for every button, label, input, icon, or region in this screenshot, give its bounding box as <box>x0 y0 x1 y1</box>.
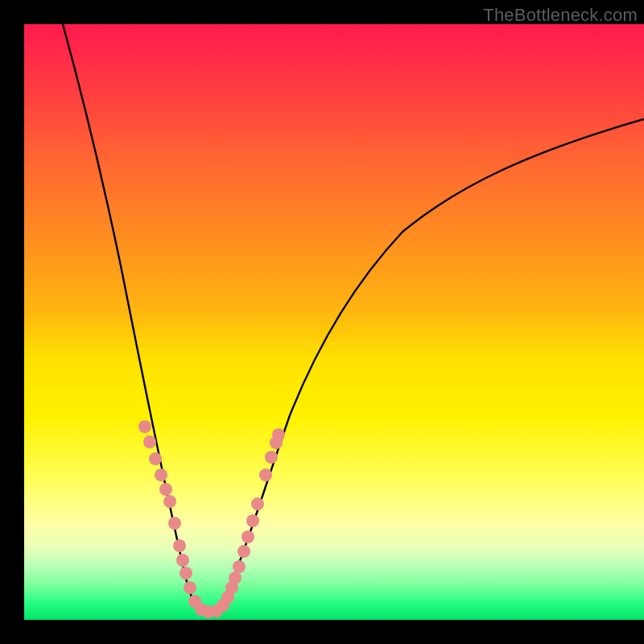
svg-point-2 <box>149 452 162 465</box>
watermark-text: TheBottleneck.com <box>483 5 638 26</box>
svg-point-24 <box>259 469 272 481</box>
svg-point-7 <box>173 539 186 552</box>
svg-point-27 <box>272 428 285 441</box>
svg-point-23 <box>251 497 264 510</box>
svg-point-19 <box>233 560 246 573</box>
markers-right <box>210 428 285 617</box>
svg-point-4 <box>159 483 172 496</box>
markers-left <box>138 420 215 618</box>
svg-point-8 <box>176 554 189 567</box>
main-curve <box>63 24 644 613</box>
svg-point-20 <box>237 545 250 558</box>
svg-point-21 <box>242 530 254 543</box>
svg-point-22 <box>246 514 259 527</box>
svg-point-10 <box>184 581 196 594</box>
svg-point-6 <box>168 517 181 530</box>
chart-svg <box>24 24 644 620</box>
svg-point-25 <box>265 451 278 464</box>
plot-area <box>24 24 644 620</box>
svg-point-0 <box>138 420 151 433</box>
svg-point-3 <box>155 469 167 481</box>
chart-frame: TheBottleneck.com <box>0 0 644 644</box>
svg-point-5 <box>163 495 176 508</box>
svg-point-18 <box>229 572 242 584</box>
svg-point-1 <box>143 436 156 448</box>
svg-point-9 <box>180 567 192 580</box>
